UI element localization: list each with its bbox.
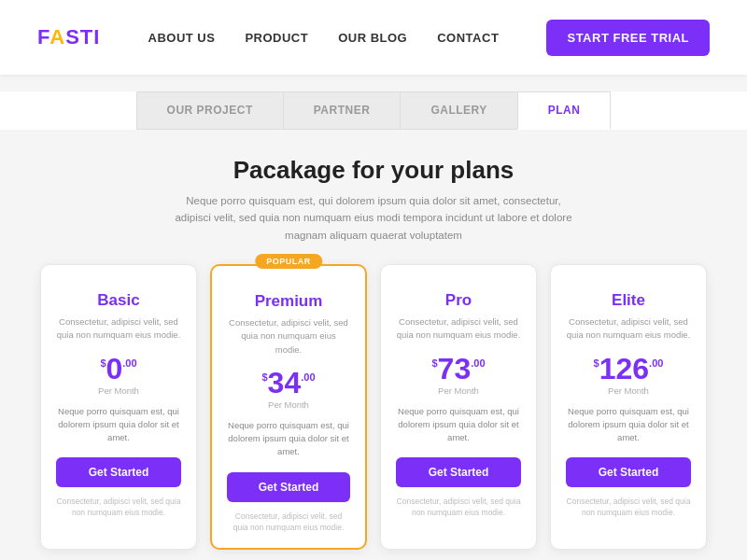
per-month-premium: Per Month (227, 399, 350, 410)
price-cents-premium: .00 (301, 371, 315, 383)
start-free-trial-button[interactable]: START FREE TRIAL (546, 20, 710, 56)
plan-desc-basic: Consectetur, adipisci velit, sed quia no… (56, 315, 181, 343)
per-month-basic: Per Month (56, 385, 181, 396)
plan-name-elite: Elite (566, 291, 691, 310)
plan-name-basic: Basic (56, 291, 181, 310)
plan-card-pro: Pro Consectetur, adipisci velit, sed qui… (380, 264, 537, 550)
nav: ABOUT US PRODUCT OUR BLOG CONTACT (148, 31, 500, 45)
plan-desc-elite: Consectetur, adipisci velit, sed quia no… (566, 315, 691, 343)
plan-name-pro: Pro (396, 291, 521, 310)
tab-gallery[interactable]: GALLERY (400, 91, 516, 130)
plan-card-basic: Basic Consectetur, adipisci velit, sed q… (40, 264, 197, 550)
plan-name-premium: Premium (227, 292, 350, 311)
plan-desc-pro: Consectetur, adipisci velit, sed quia no… (396, 315, 521, 343)
price-row-pro: $ 73 .00 (396, 354, 521, 384)
footer-elite: Consectetur, adipisci velit, sed quia no… (566, 497, 691, 519)
popular-badge: POPULAR (255, 254, 322, 269)
per-month-pro: Per Month (396, 385, 521, 396)
feature-elite: Neque porro quisquam est, qui dolorem ip… (566, 405, 691, 445)
section-description: Neque porro quisquam est, qui dolorem ip… (168, 192, 579, 244)
nav-product[interactable]: PRODUCT (245, 31, 308, 45)
get-started-elite[interactable]: Get Started (566, 457, 691, 487)
nav-contact[interactable]: CONTACT (437, 31, 499, 45)
price-main-premium: 34 (268, 368, 302, 398)
nav-blog[interactable]: OUR BLOG (338, 31, 407, 45)
price-row-elite: $ 126 .00 (566, 354, 691, 384)
price-cents-basic: .00 (122, 357, 136, 369)
price-main-pro: 73 (438, 354, 472, 384)
tabs-bar: OUR PROJECT PARTNER GALLERY PLAN (0, 91, 747, 130)
price-main-elite: 126 (599, 354, 649, 384)
feature-premium: Neque porro quisquam est, qui dolorem ip… (227, 419, 350, 459)
per-month-elite: Per Month (566, 385, 691, 396)
main-content: Pacakage for your plans Neque porro quis… (0, 130, 747, 550)
nav-about[interactable]: ABOUT US (148, 31, 216, 45)
price-row-basic: $ 0 .00 (56, 354, 181, 384)
price-cents-pro: .00 (471, 357, 485, 369)
tab-our-project[interactable]: OUR PROJECT (136, 91, 283, 130)
footer-premium: Consectetur, adipisci velit, sed quia no… (227, 511, 350, 534)
plan-card-elite: Elite Consectetur, adipisci velit, sed q… (550, 264, 707, 550)
feature-pro: Neque porro quisquam est, qui dolorem ip… (396, 405, 521, 445)
pricing-cards: Basic Consectetur, adipisci velit, sed q… (37, 264, 710, 550)
header: FASTI ABOUT US PRODUCT OUR BLOG CONTACT … (0, 0, 747, 75)
footer-basic: Consectetur, adipisci velit, sed quia no… (56, 497, 181, 519)
logo: FASTI (37, 25, 100, 49)
get-started-basic[interactable]: Get Started (56, 457, 181, 487)
plan-desc-premium: Consectetur, adipisci velit, sed quia no… (227, 316, 350, 357)
price-row-premium: $ 34 .00 (227, 368, 350, 398)
price-main-basic: 0 (106, 354, 123, 384)
get-started-premium[interactable]: Get Started (227, 472, 350, 502)
section-title: Pacakage for your plans (37, 156, 710, 185)
get-started-pro[interactable]: Get Started (396, 457, 521, 487)
feature-basic: Neque porro quisquam est, qui dolorem ip… (56, 405, 181, 445)
tab-plan[interactable]: PLAN (517, 91, 612, 130)
footer-pro: Consectetur, adipisci velit, sed quia no… (396, 497, 521, 519)
price-cents-elite: .00 (649, 357, 663, 369)
tab-partner[interactable]: PARTNER (283, 91, 401, 130)
plan-card-premium: POPULAR Premium Consectetur, adipisci ve… (210, 264, 367, 550)
